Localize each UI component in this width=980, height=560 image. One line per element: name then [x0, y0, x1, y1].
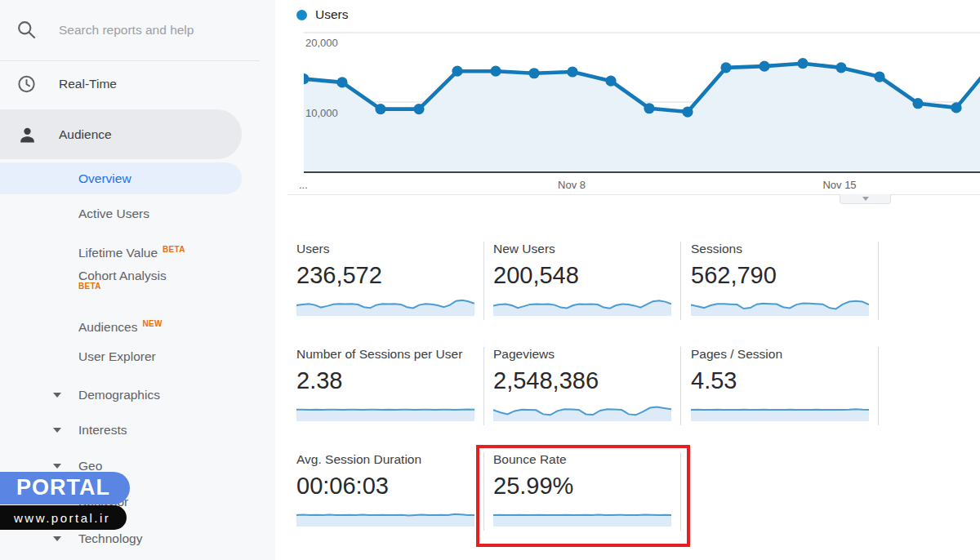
- sidebar-item-audiences[interactable]: AudiencesNEW: [78, 313, 163, 336]
- x-axis-tick: Nov 8: [558, 179, 586, 191]
- metric-sparkline: [493, 504, 671, 527]
- metric-value: 4.53: [691, 367, 869, 394]
- legend-label: Users: [315, 7, 348, 22]
- sidebar-item-label: Audience: [59, 127, 112, 142]
- sidebar-item-label: Demographics: [78, 388, 160, 402]
- sidebar-item-user-explorer[interactable]: User Explorer: [78, 345, 156, 368]
- data-point[interactable]: [336, 77, 347, 87]
- data-point[interactable]: [874, 71, 884, 82]
- y-axis-tick: 20,000: [305, 37, 338, 49]
- data-point[interactable]: [835, 62, 846, 73]
- sidebar-item-label: Active Users: [78, 207, 149, 220]
- metric-label: Sessions: [691, 242, 869, 256]
- metric-value: 2.38: [296, 367, 474, 394]
- metric-label: Pageviews: [493, 347, 671, 362]
- sidebar-item-label: Audiences: [78, 320, 137, 334]
- data-point[interactable]: [452, 66, 462, 77]
- legend-dot-icon: [296, 10, 307, 20]
- metric-card-bounce-rate[interactable]: Bounce Rate25.99%: [493, 452, 671, 527]
- chevron-down-icon[interactable]: [53, 428, 61, 433]
- search-icon: [16, 19, 38, 44]
- metric-value: 25.99%: [493, 473, 671, 500]
- sidebar-item-label: Lifetime Value: [78, 246, 158, 260]
- metric-value: 00:06:03: [296, 473, 474, 500]
- badge-new: NEW: [142, 319, 162, 328]
- metric-sparkline: [691, 398, 869, 421]
- analytics-audience-overview: Real-Time Audience Overview Active Users…: [0, 0, 980, 560]
- chevron-down-icon[interactable]: [53, 393, 61, 398]
- portal-logo-badge: PORTAL: [0, 472, 130, 504]
- divider: [483, 347, 484, 425]
- sidebar-item-label: Real-Time: [59, 77, 117, 91]
- data-point[interactable]: [759, 61, 769, 72]
- data-point[interactable]: [375, 104, 385, 114]
- x-axis-line: [304, 171, 980, 173]
- metric-sparkline: [296, 504, 474, 527]
- metric-card-users[interactable]: Users236,572: [296, 242, 474, 316]
- data-point[interactable]: [567, 66, 577, 77]
- metric-card-pageviews[interactable]: Pageviews2,548,386: [493, 347, 671, 421]
- metric-sparkline: [296, 293, 474, 316]
- sidebar-item-active-users[interactable]: Active Users: [78, 202, 149, 225]
- metric-label: Users: [296, 242, 474, 256]
- badge-beta: BETA: [78, 282, 167, 291]
- divider: [0, 60, 260, 61]
- data-point[interactable]: [528, 68, 539, 78]
- sidebar-item-technology[interactable]: Technology: [78, 527, 142, 550]
- users-line-chart[interactable]: [304, 32, 980, 172]
- x-axis-tick: Nov 15: [822, 179, 856, 191]
- badge-beta: BETA: [163, 245, 185, 254]
- main-content: Users 20,000 10,000 ... Nov 8 Nov 15 Use…: [275, 0, 980, 560]
- metric-sparkline: [296, 398, 474, 421]
- data-point[interactable]: [720, 62, 731, 73]
- sidebar-item-real-time[interactable]: Real-Time: [0, 73, 242, 96]
- data-point[interactable]: [682, 106, 693, 117]
- metric-card-new-users[interactable]: New Users200,548: [493, 242, 671, 316]
- sidebar-item-interests[interactable]: Interests: [78, 419, 127, 442]
- data-point[interactable]: [644, 103, 654, 113]
- sidebar-item-label: Technology: [78, 531, 142, 545]
- metric-label: Avg. Session Duration: [296, 452, 474, 467]
- search-bar[interactable]: [0, 0, 275, 61]
- metric-card-sessions[interactable]: Sessions562,790: [691, 242, 869, 316]
- metric-label: Pages / Session: [691, 347, 869, 362]
- metric-label: New Users: [493, 242, 671, 256]
- sidebar-item-label: Cohort Analysis: [78, 269, 167, 282]
- metric-sparkline: [691, 293, 869, 316]
- data-point[interactable]: [797, 58, 808, 69]
- search-input[interactable]: [59, 18, 247, 42]
- sidebar-item-label: Geo: [78, 459, 102, 473]
- chart-expand-tab[interactable]: [840, 194, 891, 204]
- data-point[interactable]: [413, 104, 424, 114]
- sidebar-item-lifetime-value[interactable]: Lifetime ValueBETA: [78, 238, 185, 261]
- metric-label: Bounce Rate: [493, 452, 671, 467]
- divider: [483, 242, 484, 320]
- sidebar-item-overview[interactable]: Overview: [0, 162, 242, 194]
- clock-icon: [16, 74, 37, 95]
- sidebar-item-cohort-analysis[interactable]: Cohort AnalysisBETA: [78, 268, 167, 296]
- person-icon: [17, 124, 38, 144]
- metric-value: 200,548: [493, 262, 671, 289]
- sidebar-item-demographics[interactable]: Demographics: [78, 384, 160, 407]
- sidebar-item-label: User Explorer: [78, 349, 156, 363]
- metric-value: 2,548,386: [493, 367, 671, 394]
- data-point[interactable]: [605, 76, 616, 87]
- data-point[interactable]: [912, 98, 923, 109]
- divider: [878, 242, 879, 320]
- chevron-down-icon[interactable]: [53, 464, 61, 469]
- metric-sparkline: [493, 398, 671, 421]
- chart-legend: Users: [296, 7, 348, 22]
- chevron-down-icon[interactable]: [53, 536, 61, 541]
- portal-url-badge: www.portal.ir: [0, 505, 127, 530]
- metric-card-number-of-sessions-per-user[interactable]: Number of Sessions per User2.38: [296, 347, 474, 421]
- sidebar-item-audience[interactable]: Audience: [0, 109, 242, 159]
- metric-label: Number of Sessions per User: [296, 347, 474, 362]
- data-point[interactable]: [490, 66, 501, 77]
- metric-card-pages-session[interactable]: Pages / Session4.53: [691, 347, 869, 421]
- divider: [878, 347, 879, 425]
- data-point[interactable]: [951, 102, 961, 113]
- divider: [680, 452, 681, 531]
- sidebar-item-label: Interests: [78, 423, 127, 437]
- chevron-down-icon: [862, 197, 869, 201]
- metric-card-avg-session-duration[interactable]: Avg. Session Duration00:06:03: [296, 452, 474, 527]
